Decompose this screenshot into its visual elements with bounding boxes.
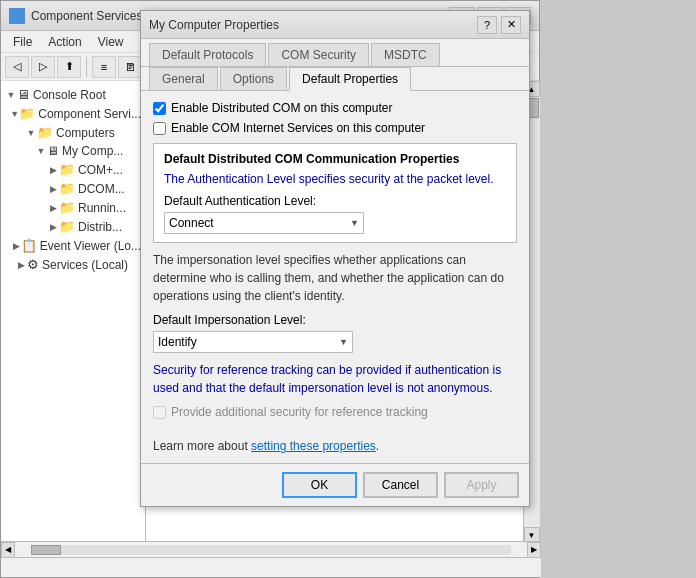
expand-icon: ▼ <box>35 146 47 156</box>
security-description: Security for reference tracking can be p… <box>153 361 517 397</box>
auth-level-value: Connect <box>169 216 214 230</box>
imp-level-value: Identify <box>158 335 197 349</box>
tab-default-protocols[interactable]: Default Protocols <box>149 43 266 66</box>
tree-label: Event Viewer (Lo... <box>40 239 141 253</box>
tab-bar: Default Protocols COM Security MSDTC <box>141 39 529 67</box>
forward-button[interactable]: ▷ <box>31 56 55 78</box>
tree-item-distrib[interactable]: ▶ 📁 Distrib... <box>1 217 145 236</box>
link-prefix: Learn more about <box>153 439 251 453</box>
extra-security-label: Provide additional security for referenc… <box>171 405 428 419</box>
tab-general[interactable]: General <box>149 67 218 90</box>
tree-item-my-computer[interactable]: ▼ 🖥 My Comp... <box>1 142 145 160</box>
link-suffix: . <box>376 439 379 453</box>
dialog-titlebar: My Computer Properties ? ✕ <box>141 11 529 39</box>
menu-view[interactable]: View <box>90 33 132 51</box>
enable-com-internet-row: Enable COM Internet Services on this com… <box>153 121 517 135</box>
dcom-properties-section: Default Distributed COM Communication Pr… <box>153 143 517 243</box>
folder-icon: 📁 <box>59 181 75 196</box>
tree-label: My Comp... <box>62 144 123 158</box>
tree-label: Runnin... <box>78 201 126 215</box>
show-hide-button[interactable]: ≡ <box>92 56 116 78</box>
imp-level-label: Default Impersonation Level: <box>153 313 517 327</box>
tab-msdtc[interactable]: MSDTC <box>371 43 440 66</box>
tree-label: DCOM... <box>78 182 125 196</box>
toolbar-separator <box>86 57 87 77</box>
extra-security-checkbox[interactable] <box>153 406 166 419</box>
dialog-title: My Computer Properties <box>149 18 477 32</box>
tree-item-running[interactable]: ▶ 📁 Runnin... <box>1 198 145 217</box>
enable-com-internet-label: Enable COM Internet Services on this com… <box>171 121 425 135</box>
folder-icon: 📁 <box>59 162 75 177</box>
dialog-close-button[interactable]: ✕ <box>501 16 521 34</box>
horizontal-scrollbar[interactable]: ◀ ▶ <box>1 541 541 557</box>
help-button[interactable]: ? <box>477 16 497 34</box>
folder-icon: 📁 <box>19 106 35 121</box>
scroll-thumb-h <box>31 545 61 555</box>
folder-icon: 🖥 <box>17 87 30 102</box>
tree-item-console-root[interactable]: ▼ 🖥 Console Root <box>1 85 145 104</box>
section-title: Default Distributed COM Communication Pr… <box>164 152 506 166</box>
tree-panel: ▼ 🖥 Console Root ▼ 📁 Component Servi... … <box>1 81 146 551</box>
folder-icon: 📁 <box>59 219 75 234</box>
dialog-content: Enable Distributed COM on this computer … <box>141 91 529 463</box>
tree-item-dcom[interactable]: ▶ 📁 DCOM... <box>1 179 145 198</box>
dialog-button-row: OK Cancel Apply <box>141 463 529 506</box>
tree-item-com-plus[interactable]: ▶ 📁 COM+... <box>1 160 145 179</box>
impersonation-description: The impersonation level specifies whethe… <box>153 251 517 305</box>
tree-label: Services (Local) <box>42 258 128 272</box>
auth-level-label: Default Authentication Level: <box>164 194 506 208</box>
expand-icon: ▼ <box>25 128 37 138</box>
status-bar <box>1 557 541 577</box>
enable-dcom-checkbox[interactable] <box>153 102 166 115</box>
up-button[interactable]: ⬆ <box>57 56 81 78</box>
enable-dcom-row: Enable Distributed COM on this computer <box>153 101 517 115</box>
scroll-left-button[interactable]: ◀ <box>1 542 15 558</box>
auth-description: The Authentication Level specifies secur… <box>164 172 506 186</box>
tree-label: COM+... <box>78 163 123 177</box>
enable-dcom-label: Enable Distributed COM on this computer <box>171 101 392 115</box>
tab-com-security[interactable]: COM Security <box>268 43 369 66</box>
folder-icon: ⚙ <box>27 257 39 272</box>
auth-level-dropdown[interactable]: Connect ▼ <box>164 212 364 234</box>
learn-more-text: Learn more about setting these propertie… <box>153 439 517 453</box>
tree-label: Computers <box>56 126 115 140</box>
app-icon <box>9 8 25 24</box>
tree-label: Distrib... <box>78 220 122 234</box>
computer-icon: 🖥 <box>47 144 59 158</box>
tree-item-services[interactable]: ▶ ⚙ Services (Local) <box>1 255 145 274</box>
expand-icon: ▶ <box>12 241 21 251</box>
tree-item-computers[interactable]: ▼ 📁 Computers <box>1 123 145 142</box>
scroll-right-button[interactable]: ▶ <box>527 542 541 558</box>
tree-label: Console Root <box>33 88 106 102</box>
ok-button[interactable]: OK <box>282 472 357 498</box>
expand-icon: ▶ <box>47 222 59 232</box>
expand-icon: ▼ <box>5 90 17 100</box>
tab-default-properties[interactable]: Default Properties <box>289 67 411 91</box>
dropdown-arrow-icon-2: ▼ <box>339 337 348 347</box>
my-computer-properties-dialog: My Computer Properties ? ✕ Default Proto… <box>140 10 530 507</box>
expand-icon: ▼ <box>10 109 19 119</box>
properties-button[interactable]: 🖹 <box>118 56 142 78</box>
setting-link[interactable]: setting these properties <box>251 439 376 453</box>
folder-icon: 📋 <box>21 238 37 253</box>
dropdown-arrow-icon: ▼ <box>350 218 359 228</box>
tree-item-component-services[interactable]: ▼ 📁 Component Servi... <box>1 104 145 123</box>
tree-label: Component Servi... <box>38 107 141 121</box>
expand-icon: ▶ <box>15 260 27 270</box>
apply-button[interactable]: Apply <box>444 472 519 498</box>
menu-file[interactable]: File <box>5 33 40 51</box>
menu-action[interactable]: Action <box>40 33 89 51</box>
enable-com-internet-checkbox[interactable] <box>153 122 166 135</box>
folder-icon: 📁 <box>37 125 53 140</box>
tab-options[interactable]: Options <box>220 67 287 90</box>
extra-security-row: Provide additional security for referenc… <box>153 405 517 419</box>
scroll-track-h <box>31 545 510 555</box>
cancel-button[interactable]: Cancel <box>363 472 438 498</box>
folder-icon: 📁 <box>59 200 75 215</box>
imp-level-dropdown[interactable]: Identify ▼ <box>153 331 353 353</box>
back-button[interactable]: ◁ <box>5 56 29 78</box>
expand-icon: ▶ <box>47 203 59 213</box>
tree-item-event-viewer[interactable]: ▶ 📋 Event Viewer (Lo... <box>1 236 145 255</box>
expand-icon: ▶ <box>47 184 59 194</box>
expand-icon: ▶ <box>47 165 59 175</box>
